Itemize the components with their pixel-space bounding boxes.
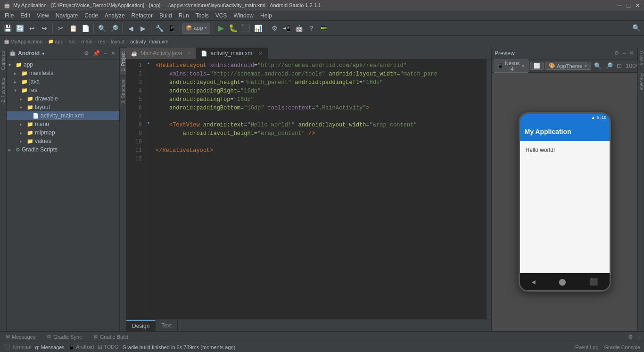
messages-tab[interactable]: ✉ Messages	[2, 333, 39, 341]
bottom-settings-btn[interactable]: ⚙	[627, 334, 634, 340]
tab-activity-main-close[interactable]: ✕	[258, 50, 263, 57]
bottom-minimize-btn[interactable]: −	[637, 334, 642, 340]
tree-menu[interactable]: ▸ 📁 menu	[7, 120, 119, 128]
toolbar-navigate-back[interactable]: ◀	[125, 23, 136, 34]
gradle-console[interactable]: Gradle Console	[604, 344, 640, 350]
preview-vtab[interactable]: Preview	[638, 69, 644, 94]
coverage-button[interactable]: 📊	[252, 23, 264, 34]
preview-close-btn[interactable]: ✕	[628, 50, 635, 56]
menu-view[interactable]: View	[34, 11, 52, 20]
run-button[interactable]: ▶	[215, 23, 227, 34]
toolbar-sdk-btn[interactable]: 🔧	[154, 23, 165, 34]
toolbar-replace-btn[interactable]: 🔎	[108, 23, 120, 34]
tree-mipmap[interactable]: ▸ 📁 mipmap	[7, 128, 119, 137]
menu-run[interactable]: Run	[176, 11, 192, 20]
minimize-button[interactable]: ─	[618, 2, 622, 9]
toolbar-sync-btn[interactable]: 🔄	[14, 23, 25, 34]
tab-mainactivity[interactable]: ☕ MainActivity.java ✕	[126, 48, 196, 59]
menu-analyze[interactable]: Analyze	[102, 11, 128, 20]
zoom-out-btn[interactable]: 🔎	[604, 62, 614, 69]
toolbar-find-btn[interactable]: 🔍	[96, 23, 107, 34]
gradle-button[interactable]: ⚙	[269, 23, 280, 34]
gutter-1[interactable]: ●	[145, 59, 152, 68]
tree-res[interactable]: ▾ 📁 res	[7, 86, 119, 94]
toolbar-paste-btn[interactable]: 📄	[80, 23, 91, 34]
text-tab[interactable]: Text	[156, 320, 178, 331]
breadcrumb-res[interactable]: res	[98, 39, 105, 44]
zoom-fit-btn[interactable]: ⊡	[616, 62, 623, 69]
toolbar-save-btn[interactable]: 💾	[2, 23, 13, 34]
tree-java[interactable]: ▸ 📁 java	[7, 77, 119, 86]
preview-minimize-btn[interactable]: −	[622, 50, 627, 56]
menu-vcs[interactable]: VCS	[213, 11, 230, 20]
terminal-tab[interactable]: ⬛ Terminal	[4, 344, 31, 350]
toolbar-avd-btn[interactable]: 📱	[166, 23, 177, 34]
device-btn[interactable]: 📟	[318, 23, 329, 34]
messages-bottom-tab[interactable]: g: Messages	[35, 344, 64, 350]
android-bottom-tab[interactable]: 📱 Android	[68, 344, 94, 350]
menu-code[interactable]: Code	[82, 11, 101, 20]
help-btn[interactable]: ?	[305, 23, 317, 34]
favorites-vtab[interactable]: 2: Favorites	[0, 74, 6, 106]
menu-file[interactable]: File	[2, 11, 17, 20]
toolbar-cut-btn[interactable]: ✂	[55, 23, 66, 34]
menu-tools[interactable]: Tools	[193, 11, 212, 20]
nav-home-btn[interactable]: ⬤	[559, 278, 566, 286]
nav-recents-btn[interactable]: ⬛	[590, 278, 598, 286]
gutter-8[interactable]: ●	[145, 119, 152, 127]
project-dropdown-label[interactable]: Android ▼	[18, 50, 45, 57]
close-button[interactable]: ✕	[635, 2, 640, 9]
breadcrumb-myapp[interactable]: MyApplication	[10, 39, 42, 44]
android-btn[interactable]: 🤖	[293, 23, 305, 34]
device-selector[interactable]: 📱 Nexus 4 ▼	[494, 59, 528, 73]
breadcrumb-layout[interactable]: layout	[111, 39, 124, 44]
tree-layout[interactable]: ▾ 📁 layout	[7, 103, 119, 111]
event-log[interactable]: Event Log	[575, 344, 599, 350]
sdk-manager-btn[interactable]: 📲	[281, 23, 292, 34]
toolbar-copy-btn[interactable]: 📋	[67, 23, 79, 34]
menu-build[interactable]: Build	[157, 11, 175, 20]
maximize-button[interactable]: □	[627, 2, 630, 9]
toolbar-redo-btn[interactable]: ↪	[39, 23, 50, 34]
breadcrumb-src[interactable]: src	[69, 39, 76, 44]
breadcrumb-app[interactable]: app	[55, 39, 63, 44]
menu-window[interactable]: Window	[231, 11, 256, 20]
gradle-vtab[interactable]: Gradle	[638, 47, 644, 69]
tree-activity-main[interactable]: 📄 activity_main.xml	[7, 111, 119, 120]
structure-vtab[interactable]: 3: Structure	[120, 75, 126, 108]
tree-gradle[interactable]: ▸ ⚙ Gradle Scripts	[7, 145, 119, 154]
toolbar-navigate-fwd[interactable]: ▶	[137, 23, 149, 34]
menu-help[interactable]: Help	[257, 11, 275, 20]
tree-drawable[interactable]: ▸ 📁 drawable	[7, 94, 119, 103]
todo-tab[interactable]: ☑ TODO	[98, 344, 118, 350]
preview-settings-btn[interactable]: ⚙	[613, 50, 620, 56]
panel-pin-btn[interactable]: 📌	[92, 50, 101, 57]
captures-vtab[interactable]: Captures	[0, 47, 6, 74]
tree-manifests[interactable]: ▸ 📁 manifests	[7, 69, 119, 77]
tree-values[interactable]: ▸ 📁 values	[7, 137, 119, 145]
orientation-btn[interactable]: ⬜	[530, 62, 544, 70]
zoom-in-btn[interactable]: 🔍	[593, 62, 603, 69]
menu-edit[interactable]: Edit	[17, 11, 33, 20]
theme-selector[interactable]: 🎨 AppTheme ▼	[545, 62, 591, 70]
menu-refactor[interactable]: Refactor	[129, 11, 156, 20]
breadcrumb-file[interactable]: activity_main.xml	[130, 39, 170, 44]
app-selector[interactable]: 📦 app ▼	[182, 23, 210, 34]
nav-back-btn[interactable]: ◀	[531, 278, 535, 286]
design-tab[interactable]: Design	[126, 320, 156, 331]
debug-button[interactable]: 🐛	[228, 23, 239, 34]
panel-settings-btn[interactable]: ⚙	[83, 50, 90, 57]
panel-close-btn[interactable]: ✕	[110, 50, 116, 57]
gradle-sync-tab[interactable]: ⚙ Gradle Sync	[43, 333, 86, 341]
code-area[interactable]: <RelativeLayout xmlns:android="http://sc…	[152, 59, 487, 319]
tree-app[interactable]: ▾ 📁 app	[7, 60, 119, 69]
panel-minimize-btn[interactable]: −	[103, 50, 108, 57]
editor-scrollbar[interactable]	[487, 59, 491, 319]
toolbar-undo-btn[interactable]: ↩	[26, 23, 38, 34]
global-search-icon[interactable]: 🔍	[630, 22, 642, 34]
gradle-build-tab[interactable]: ⚙ Gradle Build	[90, 333, 132, 341]
tab-mainactivity-close[interactable]: ✕	[187, 50, 191, 57]
project-vtab[interactable]: 1: Project	[120, 47, 126, 75]
menu-navigate[interactable]: Navigate	[53, 11, 81, 20]
tab-activity-main[interactable]: 📄 activity_main.xml ✕	[196, 48, 267, 59]
